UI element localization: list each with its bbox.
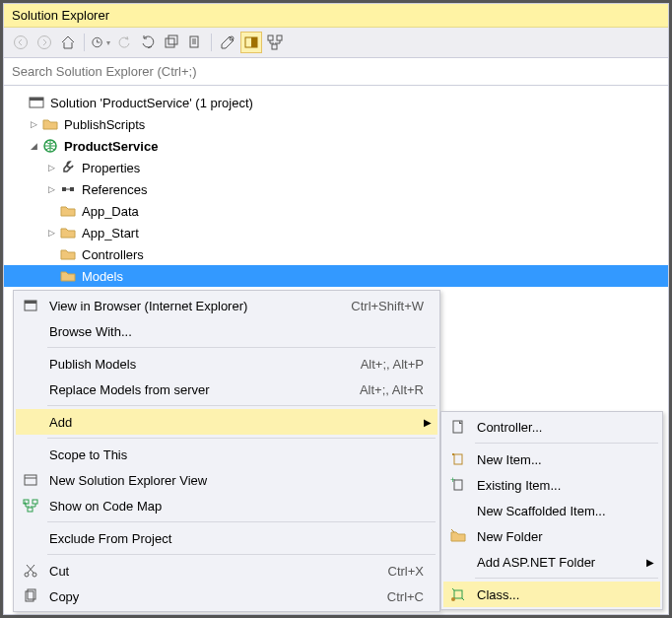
svg-rect-21 (33, 500, 37, 504)
solution-icon (28, 95, 45, 110)
tree-item-appstart[interactable]: ▷ App_Start (4, 222, 668, 243)
view-class-diagram-button[interactable] (264, 32, 286, 53)
submenu-arrow-icon: ▶ (424, 417, 432, 428)
toolbar: ▾ (4, 28, 668, 58)
expander-icon[interactable]: ▷ (45, 162, 57, 173)
sync-button[interactable] (113, 32, 135, 53)
svg-rect-32 (454, 590, 462, 598)
menu-label: Existing Item... (477, 478, 646, 493)
properties-button[interactable] (217, 32, 238, 53)
expander-spacer (45, 270, 57, 282)
svg-rect-18 (25, 301, 36, 304)
menu-label: New Item... (477, 452, 646, 467)
node-label: Controllers (80, 247, 144, 262)
folder-icon (59, 268, 77, 284)
svg-point-0 (15, 36, 28, 49)
svg-point-1 (38, 36, 51, 49)
menu-separator (47, 554, 436, 555)
menu-separator (475, 578, 658, 579)
svg-rect-13 (30, 98, 43, 101)
svg-text:+: + (450, 477, 455, 485)
menu-exclude[interactable]: Exclude From Project (16, 525, 437, 551)
node-label: Solution 'ProductService' (1 project) (48, 96, 253, 110)
menu-separator (47, 347, 436, 348)
menu-label: Scope to This (49, 447, 424, 462)
new-view-icon (21, 470, 40, 490)
menu-label: Browse With... (49, 324, 424, 339)
menu-show-on-code-map[interactable]: + Show on Code Map (16, 493, 437, 518)
svg-rect-29 (454, 454, 462, 464)
show-all-files-button[interactable] (184, 32, 206, 53)
menu-aspnet-folder[interactable]: Add ASP.NET Folder ▶ (443, 549, 660, 575)
expander-icon[interactable]: ◢ (28, 140, 39, 152)
menu-label: Copy (49, 589, 362, 604)
svg-point-33 (451, 597, 455, 601)
menu-view-in-browser[interactable]: View in Browser (Internet Explorer) Ctrl… (16, 293, 437, 318)
tree-item-productservice[interactable]: ◢ ProductService (4, 135, 668, 157)
menu-replace-models[interactable]: Replace Models from server Alt+;, Alt+R (16, 377, 437, 402)
submenu-arrow-icon: ▶ (646, 557, 654, 568)
tree-solution[interactable]: Solution 'ProductService' (1 project) (4, 92, 668, 113)
expander-icon[interactable]: ▷ (45, 227, 57, 239)
toolbar-separator (211, 34, 212, 51)
svg-rect-16 (70, 187, 74, 191)
menu-shortcut: Alt+;, Alt+P (335, 357, 424, 372)
svg-rect-3 (166, 38, 174, 47)
search-container (4, 58, 668, 86)
search-input[interactable] (4, 58, 668, 85)
pending-changes-button[interactable]: ▾ (90, 32, 111, 53)
menu-controller[interactable]: Controller... (443, 414, 660, 440)
menu-scaffolded-item[interactable]: New Scaffolded Item... (443, 498, 660, 523)
expander-icon[interactable]: ▷ (45, 183, 57, 195)
node-label: App_Start (80, 226, 139, 240)
menu-separator (475, 443, 658, 444)
node-label: Properties (80, 161, 140, 175)
existing-item-icon: + (448, 475, 468, 495)
menu-scope-to-this[interactable]: Scope to This (16, 442, 437, 467)
back-button[interactable] (10, 32, 32, 53)
collapse-all-button[interactable] (161, 32, 182, 53)
svg-rect-4 (168, 35, 177, 44)
menu-separator (47, 521, 436, 522)
menu-add[interactable]: Add ▶ (16, 409, 437, 435)
forward-button[interactable] (34, 32, 55, 53)
menu-label: Add (49, 415, 424, 430)
svg-text:+: + (23, 499, 28, 508)
tree-item-controllers[interactable]: Controllers (4, 243, 668, 265)
menu-cut[interactable]: Cut Ctrl+X (16, 558, 437, 584)
menu-existing-item[interactable]: + Existing Item... (443, 472, 660, 498)
tree-item-appdata[interactable]: App_Data (4, 200, 668, 222)
refresh-button[interactable] (137, 32, 159, 53)
folder-icon (59, 225, 77, 240)
menu-new-explorer-view[interactable]: New Solution Explorer View (16, 467, 437, 493)
menu-new-folder[interactable]: New Folder (443, 523, 660, 549)
toolbar-separator (84, 34, 85, 51)
menu-class[interactable]: Class... (443, 582, 660, 607)
tree-item-references[interactable]: ▷ References (4, 178, 668, 200)
context-menu: View in Browser (Internet Explorer) Ctrl… (13, 290, 440, 612)
expander-icon[interactable] (14, 97, 26, 108)
tree-item-properties[interactable]: ▷ Properties (4, 157, 668, 178)
cut-icon (21, 561, 40, 581)
menu-separator (47, 405, 436, 406)
menu-publish-models[interactable]: Publish Models Alt+;, Alt+P (16, 351, 437, 377)
home-button[interactable] (57, 32, 79, 53)
menu-label: Exclude From Project (49, 531, 424, 546)
node-label: App_Data (80, 204, 139, 219)
class-icon (448, 584, 468, 604)
web-project-icon (41, 138, 59, 154)
menu-shortcut: Ctrl+C (362, 589, 424, 604)
menu-label: New Scaffolded Item... (477, 504, 646, 518)
tree-item-models[interactable]: Models (4, 265, 668, 287)
svg-point-24 (25, 573, 29, 577)
svg-rect-19 (25, 475, 36, 485)
expander-icon[interactable]: ▷ (28, 118, 39, 130)
menu-new-item[interactable]: New Item... (443, 446, 660, 472)
menu-copy[interactable]: Copy Ctrl+C (16, 584, 437, 609)
preview-button[interactable] (240, 32, 262, 53)
svg-point-25 (33, 573, 36, 577)
svg-rect-8 (251, 37, 257, 47)
menu-browse-with[interactable]: Browse With... (16, 318, 437, 344)
tree-item-publishscripts[interactable]: ▷ PublishScripts (4, 113, 668, 135)
code-map-icon: + (21, 496, 40, 515)
